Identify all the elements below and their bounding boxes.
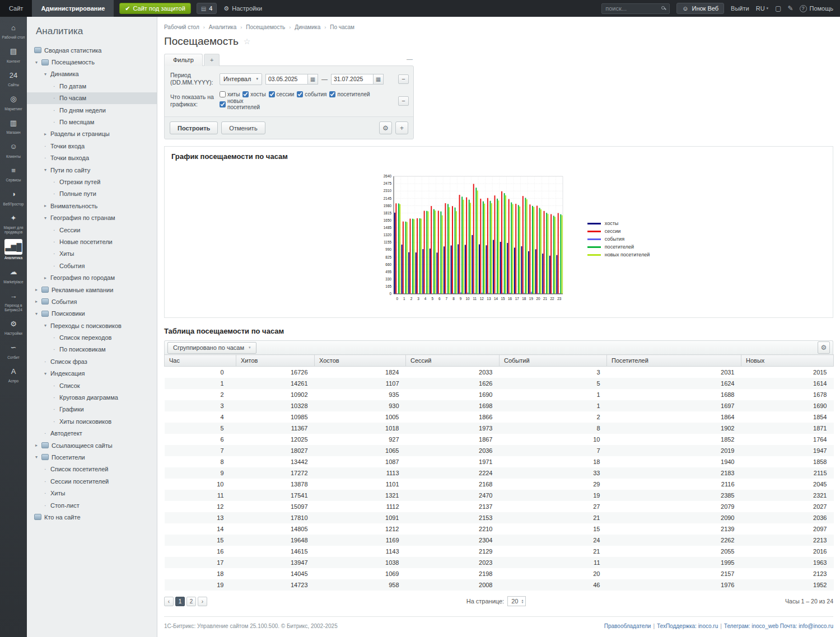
sidebar-item-sections-pages[interactable]: ▸Разделы и страницы	[27, 128, 157, 140]
page-1-button[interactable]: 1	[175, 597, 185, 606]
sidebar-item-indexing[interactable]: ▾Индексация	[27, 368, 157, 380]
sidebar-item-attendance[interactable]: ▾Посещаемость	[27, 56, 157, 68]
table-row[interactable]: 11426111071626516241614	[165, 378, 834, 389]
expand-icon[interactable]: ▸	[43, 203, 48, 208]
column-header-6[interactable]: Новых	[741, 355, 834, 367]
sidebar-item-geo-cities[interactable]: ▸География по городам	[27, 271, 157, 283]
prev-page-button[interactable]: ‹	[164, 597, 174, 606]
column-header-3[interactable]: Сессий	[406, 355, 500, 367]
sidebar-item-pie-diagram[interactable]: ▪Круговая диаграмма	[27, 391, 157, 403]
table-row[interactable]: 191472395820084619761952	[165, 579, 834, 591]
sidebar-item-by-dates[interactable]: ▪По датам	[27, 80, 157, 92]
rail-item-analytics[interactable]: ▃▆█Аналитика	[0, 237, 27, 263]
edit-mode-icon[interactable]: ✎	[787, 4, 793, 12]
option-хосты[interactable]: хосты	[242, 91, 265, 97]
sidebar-item-by-weekdays[interactable]: ▪По дням недели	[27, 104, 157, 116]
table-row[interactable]: 1117541132124701923852321	[165, 490, 834, 501]
sidebar-item-geo-countries[interactable]: ▾География по странам	[27, 212, 157, 223]
page-2-button[interactable]: 2	[186, 597, 196, 606]
sidebar-item-ad-campaigns[interactable]: ▸Рекламные кампании	[27, 284, 157, 296]
search-input[interactable]	[601, 3, 670, 14]
rail-item-bitrix24[interactable]: →Переход в Битрикс24	[0, 287, 27, 315]
date-from-input[interactable]	[265, 74, 308, 85]
table-row[interactable]: 1215097111221372720792027	[165, 501, 834, 512]
sidebar-item-se-hits[interactable]: ▪Хиты поисковиков	[27, 415, 157, 427]
rail-item-content[interactable]: ▤Контент	[0, 43, 27, 67]
spinner-arrows-icon[interactable]: ▲▼	[521, 599, 524, 604]
logout-link[interactable]: Выйти	[731, 5, 749, 12]
sidebar-item-exit-points[interactable]: ▪Точки выхода	[27, 152, 157, 164]
collapse-icon[interactable]: ▾	[34, 60, 39, 65]
help-button[interactable]: ? Помощь	[800, 5, 834, 12]
sidebar-item-summary-stats[interactable]: Сводная статистика	[27, 44, 157, 56]
checkbox[interactable]	[269, 91, 275, 97]
breadcrumb-item[interactable]: Аналитика	[209, 24, 237, 30]
sidebar-item-path-segments[interactable]: ▪Отрезки путей	[27, 176, 157, 188]
add-field-button[interactable]: +	[395, 121, 408, 134]
tab-site[interactable]: Сайт	[0, 0, 32, 17]
column-header-0[interactable]: Час	[165, 355, 236, 367]
collapse-icon[interactable]: ▾	[34, 455, 39, 460]
remove-field-button[interactable]: −	[398, 74, 409, 84]
calendar-icon[interactable]: ▦	[374, 74, 384, 85]
option-события[interactable]: события	[297, 91, 326, 97]
rail-item-marketplace[interactable]: ☁Marketplace	[0, 263, 27, 287]
table-row[interactable]: 813442108719711819401858	[165, 456, 834, 467]
desktop-view-icon[interactable]: ▢	[775, 4, 781, 12]
table-row[interactable]: 61202592718671018521764	[165, 434, 834, 445]
option-хиты[interactable]: хиты	[220, 91, 240, 97]
sidebar-item-dynamics[interactable]: ▾Динамика	[27, 68, 157, 80]
checkbox[interactable]	[220, 101, 226, 107]
remove-field-button[interactable]: −	[398, 96, 409, 106]
table-row[interactable]: 1519648116923042422622213	[165, 535, 834, 546]
option-новых-посетителей[interactable]: новых посетителей	[220, 99, 262, 110]
per-page-spinner[interactable]: 20 ▲▼	[507, 596, 526, 606]
rail-item-market-sellers[interactable]: ✦Маркет для продавцов	[0, 209, 27, 237]
expand-icon[interactable]: ▸	[43, 275, 48, 280]
table-row[interactable]: 51136710181973819021871	[165, 423, 834, 434]
sidebar-item-graphs[interactable]: ▪Графики	[27, 404, 157, 415]
sidebar-item-search-engines[interactable]: ▾Поисковики	[27, 308, 157, 320]
rail-item-services[interactable]: ≡Сервисы	[0, 161, 27, 185]
sidebar-item-index-list[interactable]: ▪Список	[27, 380, 157, 391]
user-button[interactable]: ☺ Инок Веб	[676, 3, 724, 14]
cancel-button[interactable]: Отменить	[221, 121, 265, 134]
column-header-5[interactable]: Посетителей	[607, 355, 741, 367]
table-row[interactable]: 1414805121222101521392097	[165, 523, 834, 535]
checkbox[interactable]	[220, 91, 226, 97]
column-header-1[interactable]: Хитов	[236, 355, 315, 367]
settings-button[interactable]: ⚙ Настройки	[223, 5, 262, 12]
rail-item-clients[interactable]: ☺Клиенты	[0, 138, 27, 162]
sidebar-item-visitors-list[interactable]: ▪Список посетителей	[27, 463, 157, 475]
sidebar-item-transitions-list[interactable]: ▪Список переходов	[27, 331, 157, 343]
sidebar-item-who-on-site[interactable]: Кто на сайте	[27, 511, 157, 523]
table-row[interactable]: 1713947103820231119951963	[165, 557, 834, 568]
table-row[interactable]: 71802710652036720191947	[165, 445, 834, 456]
group-by-dropdown[interactable]: Сгруппировано по часам ▾	[167, 342, 256, 354]
footer-link[interactable]: Телеграм: inoco_web Почта: info@inoco.ru	[724, 623, 833, 629]
filter-collapse-button[interactable]: —	[407, 55, 413, 62]
collapse-icon[interactable]: ▾	[43, 167, 48, 172]
collapse-icon[interactable]: ▾	[43, 323, 48, 328]
sidebar-item-events[interactable]: ▸События	[27, 296, 157, 307]
build-button[interactable]: Построить	[170, 121, 218, 134]
option-посетителей[interactable]: посетителей	[329, 91, 370, 97]
sidebar-item-geo-hits[interactable]: ▪Хиты	[27, 248, 157, 260]
calendar-icon[interactable]: ▦	[308, 74, 318, 85]
expand-icon[interactable]: ▸	[34, 299, 39, 304]
collapse-icon[interactable]: ▾	[43, 72, 48, 77]
search-icon[interactable]	[661, 6, 665, 10]
sidebar-item-entry-points[interactable]: ▪Точки входа	[27, 140, 157, 152]
date-to-input[interactable]	[331, 74, 374, 85]
checkbox[interactable]	[297, 91, 303, 97]
add-filter-tab[interactable]: +	[204, 54, 220, 66]
table-row[interactable]: 41098510051866218641854	[165, 411, 834, 423]
breadcrumb-item[interactable]: Посещаемость	[246, 24, 285, 30]
table-row[interactable]: 1317810109121532120902036	[165, 512, 834, 523]
checkbox[interactable]	[242, 91, 249, 97]
sidebar-item-se-transitions[interactable]: ▾Переходы с поисковиков	[27, 320, 157, 331]
sidebar-item-visitors-hits[interactable]: ▪Хиты	[27, 487, 157, 499]
table-row[interactable]: 3103289301698116971690	[165, 400, 834, 411]
rail-item-sotbit[interactable]: ∽Сотбит	[0, 339, 27, 363]
rail-item-settings[interactable]: ⚙Настройки	[0, 315, 27, 339]
